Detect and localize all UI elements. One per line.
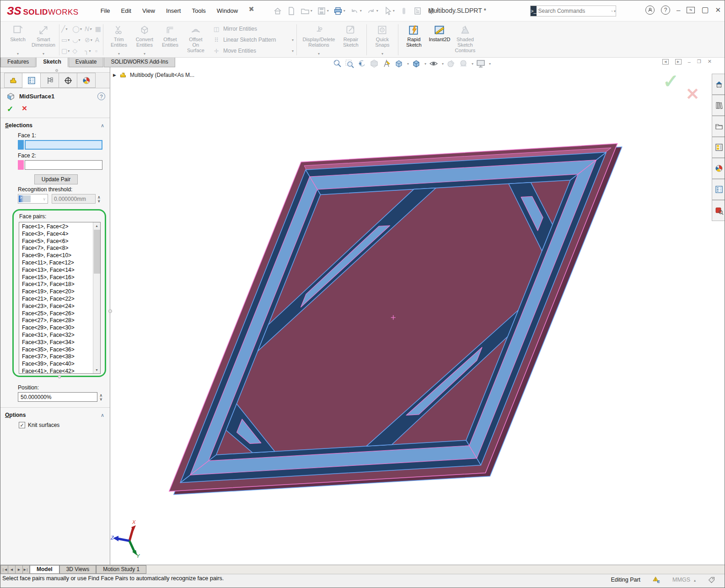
face2-selection-input[interactable]: [25, 160, 102, 170]
face-pair-item[interactable]: Face<15>, Face<16>: [22, 274, 100, 281]
performance-warning-icon[interactable]: !: [652, 576, 661, 584]
design-library-tab[interactable]: [712, 95, 725, 116]
menu-file[interactable]: File: [96, 5, 115, 17]
help-icon[interactable]: [661, 5, 670, 15]
tree-root-label[interactable]: Multibody (Default<As M...: [130, 72, 194, 78]
confirmation-cancel-icon[interactable]: [686, 85, 699, 104]
tab-features[interactable]: Features: [0, 58, 36, 67]
move-entities-flyout[interactable]: [292, 49, 294, 53]
hide-show-items-icon[interactable]: [429, 59, 439, 69]
annotations-icon[interactable]: [381, 59, 392, 69]
face-pair-item[interactable]: Face<23>, Face<24>: [22, 303, 100, 310]
file-properties-button[interactable]: [411, 5, 424, 17]
threshold-spinner[interactable]: [97, 195, 101, 203]
face-pair-item[interactable]: Face<37>, Face<38>: [22, 353, 100, 361]
trim-flyout[interactable]: [118, 52, 120, 56]
move-entities-button[interactable]: ✛ Move Entities: [212, 48, 294, 54]
appearances-tab[interactable]: [712, 158, 725, 179]
line-tool-icon[interactable]: ╱: [61, 25, 70, 32]
repair-sketch-button[interactable]: Repair Sketch: [338, 22, 364, 57]
user-account-icon[interactable]: [645, 5, 655, 15]
file-explorer-tab[interactable]: [712, 116, 725, 137]
first-tab-icon[interactable]: [0, 565, 8, 574]
maximize-button[interactable]: [701, 5, 709, 15]
save-dropdown[interactable]: [327, 9, 329, 13]
configuration-manager-tab[interactable]: [41, 73, 59, 88]
display-manager-tab[interactable]: [77, 73, 96, 88]
menu-insert[interactable]: Insert: [161, 5, 186, 17]
flyout-feature-tree[interactable]: Multibody (Default<As M...: [113, 71, 194, 79]
pm-ok-button[interactable]: [7, 104, 13, 114]
smart-dimension-button[interactable]: Smart Dimension: [31, 22, 56, 57]
face-pair-item[interactable]: Face<41>, Face<42>: [22, 368, 100, 374]
confirmation-accept-icon[interactable]: [663, 70, 679, 92]
text-tool-icon[interactable]: A: [95, 36, 101, 43]
sketch-flyout[interactable]: [17, 52, 19, 56]
knit-surfaces-checkbox[interactable]: [19, 422, 25, 428]
doc-restore-button[interactable]: ❐: [697, 59, 701, 64]
undo-dropdown[interactable]: [360, 9, 362, 13]
face-pair-item[interactable]: Face<17>, Face<18>: [22, 281, 100, 288]
face-pair-item[interactable]: Face<19>, Face<20>: [22, 288, 100, 296]
zoom-to-area-icon[interactable]: [344, 59, 354, 69]
doc-minimize-button[interactable]: [688, 59, 691, 65]
tab-solidworks-addins[interactable]: SOLIDWORKS Add-Ins: [104, 58, 175, 67]
face-pair-item[interactable]: Face<13>, Face<14>: [22, 267, 100, 274]
scrollbar-thumb[interactable]: [94, 230, 100, 274]
options-collapse-icon[interactable]: [101, 412, 104, 418]
section-view-icon[interactable]: [369, 59, 379, 69]
last-tab-icon[interactable]: [22, 565, 30, 574]
display-delete-relations-button[interactable]: Display/Delete Relations: [300, 22, 338, 57]
view-orientation-flyout[interactable]: [407, 62, 409, 66]
face-pair-item[interactable]: Face<27>, Face<28>: [22, 317, 100, 324]
dimxpert-manager-tab[interactable]: [59, 73, 77, 88]
apply-scene-icon[interactable]: [458, 59, 468, 69]
splitter-handle[interactable]: [55, 69, 58, 72]
face-pair-item[interactable]: Face<1>, Face<2>: [22, 223, 100, 231]
graphics-viewport[interactable]: Multibody (Default<As M... X Z: [110, 67, 725, 565]
options-group-header[interactable]: Options: [0, 408, 110, 420]
quick-snaps-flyout[interactable]: [381, 52, 383, 56]
apply-scene-flyout[interactable]: [472, 62, 473, 66]
3d-views-tab[interactable]: 3D Views: [59, 565, 96, 574]
face-pair-item[interactable]: Face<11>, Face<12>: [22, 259, 100, 267]
fillet-tool-icon[interactable]: ╮: [85, 47, 92, 54]
trim-entities-button[interactable]: Trim Entities: [106, 22, 132, 57]
arc-tool-icon[interactable]: ◡: [72, 36, 82, 43]
tab-evaluate[interactable]: Evaluate: [69, 58, 104, 67]
quick-snaps-button[interactable]: Quick Snaps: [370, 22, 395, 57]
motion-study-tab[interactable]: Motion Study 1: [96, 565, 146, 574]
pin-menu-icon[interactable]: ✚: [244, 4, 256, 17]
search-input[interactable]: [537, 8, 611, 14]
custom-properties-tab[interactable]: [712, 179, 725, 200]
face-pair-item[interactable]: Face<21>, Face<22>: [22, 296, 100, 303]
point-tool-icon[interactable]: ▫: [95, 47, 101, 54]
select-dropdown[interactable]: [393, 9, 395, 13]
multibody-3d-model[interactable]: [110, 67, 725, 565]
convert-entities-button[interactable]: Convert Entities: [132, 22, 157, 57]
face-pair-item[interactable]: Face<39>, Face<40>: [22, 361, 100, 368]
menu-edit[interactable]: Edit: [117, 5, 136, 17]
view-settings-icon[interactable]: [476, 59, 486, 69]
save-button[interactable]: [315, 5, 331, 17]
print-dropdown[interactable]: [344, 9, 345, 13]
face-pair-item[interactable]: Face<29>, Face<30>: [22, 324, 100, 332]
model-tab[interactable]: Model: [30, 565, 59, 574]
zoom-to-fit-icon[interactable]: [332, 59, 342, 69]
xpress-products-icon[interactable]: [397, 5, 410, 17]
view-orientation-icon[interactable]: [394, 59, 404, 69]
open-dropdown[interactable]: [311, 9, 312, 13]
pm-cancel-button[interactable]: [21, 104, 27, 114]
face1-selection-input[interactable]: [25, 140, 102, 150]
edit-appearance-icon[interactable]: [446, 59, 456, 69]
ellipse-tool-icon[interactable]: ⊘: [85, 36, 92, 43]
threshold-value-field[interactable]: [52, 194, 96, 204]
face-pair-item[interactable]: Face<35>, Face<36>: [22, 346, 100, 354]
selections-collapse-icon[interactable]: [101, 123, 104, 129]
face-pair-item[interactable]: Face<9>, Face<10>: [22, 252, 100, 259]
shaded-sketch-contours-button[interactable]: Shaded Sketch Contours: [452, 22, 478, 57]
select-cursor-button[interactable]: [381, 5, 397, 17]
home-button[interactable]: [271, 5, 284, 17]
view-palette-tab[interactable]: [712, 137, 725, 158]
redo-dropdown[interactable]: [376, 9, 378, 13]
